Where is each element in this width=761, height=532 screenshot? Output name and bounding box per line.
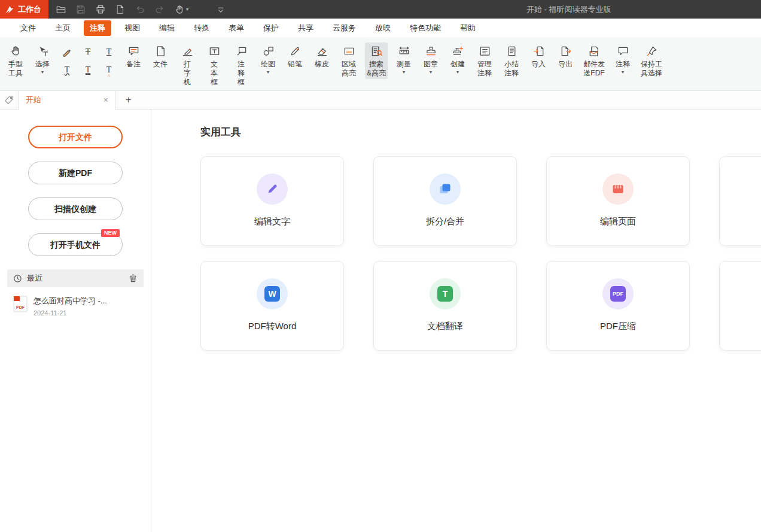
pencil-icon: [289, 44, 302, 58]
share-document-icon[interactable]: [115, 4, 126, 16]
ribbon-typewriter[interactable]: 打 字 机: [176, 42, 198, 88]
menu-present[interactable]: 放映: [369, 20, 397, 36]
squiggly-tool-button[interactable]: T: [59, 62, 75, 78]
menu-protect[interactable]: 保护: [257, 20, 285, 36]
ribbon-select[interactable]: 选择 ▾: [32, 42, 53, 76]
foxit-logo-icon: [5, 5, 14, 14]
menu-home[interactable]: 主页: [49, 20, 77, 36]
card-partial[interactable]: [719, 156, 761, 246]
main-content: 实用工具 编辑文字 拆分/合并 编辑页面 W PDF转Word: [152, 110, 761, 532]
card-split-merge[interactable]: 拆分/合并: [373, 156, 517, 246]
workspace-button-label: 工作台: [18, 4, 41, 15]
summarize-comments-icon: [506, 44, 518, 58]
trash-icon[interactable]: [129, 273, 138, 283]
textbox-icon: [208, 44, 221, 58]
hand-tool-quick-icon[interactable]: ▾: [174, 4, 188, 16]
eraser-icon: [316, 44, 328, 58]
ribbon-file-attachment[interactable]: 文件: [150, 42, 171, 70]
ribbon-eraser[interactable]: 橡皮: [311, 42, 333, 70]
menu-features[interactable]: 特色功能: [404, 20, 447, 36]
dropdown-arrow-icon: ▾: [267, 70, 269, 75]
ribbon-manage-comments[interactable]: 管理 注释: [474, 42, 495, 79]
underline-tool-button[interactable]: T: [101, 44, 117, 60]
section-title: 实用工具: [200, 125, 241, 139]
menu-edit[interactable]: 编辑: [153, 20, 181, 36]
ribbon-measure[interactable]: 测量 ▾: [393, 42, 415, 76]
ribbon-callout[interactable]: 注 释 框: [230, 42, 252, 88]
undo-icon[interactable]: [135, 4, 145, 16]
ribbon-comments-menu[interactable]: 注释 ▾: [612, 42, 634, 76]
menu-convert[interactable]: 转换: [188, 20, 215, 36]
ribbon-create[interactable]: 创建 ▾: [447, 42, 468, 76]
menu-help[interactable]: 帮助: [454, 20, 482, 36]
ribbon: 手型 工具 选择 ▾ T T T T T^ 备注 文件 打 字 机: [0, 37, 761, 91]
recent-title: 最近: [27, 273, 42, 284]
select-cursor-icon: [36, 44, 49, 58]
ribbon-drawing[interactable]: 绘图 ▾: [257, 42, 279, 76]
card-doc-translate[interactable]: T 文档翻译: [373, 261, 517, 351]
new-badge: NEW: [101, 229, 120, 237]
replace-text-tool-button[interactable]: T: [80, 62, 96, 78]
tab-tag-icon[interactable]: [0, 91, 18, 109]
menu-form[interactable]: 表单: [223, 20, 250, 36]
ribbon-pencil[interactable]: 铅笔: [284, 42, 306, 70]
toolbar-collapse-icon[interactable]: [215, 4, 226, 16]
workspace-button[interactable]: 工作台: [0, 0, 48, 19]
split-merge-icon: [430, 174, 461, 205]
search-highlight-icon: [370, 44, 383, 58]
dropdown-arrow-icon: ▾: [456, 70, 459, 75]
menu-comment[interactable]: 注释: [84, 20, 111, 36]
ribbon-summarize-comments[interactable]: 小结 注释: [501, 42, 522, 79]
card-edit-pages[interactable]: 编辑页面: [546, 156, 690, 246]
pdf-to-word-icon: W: [257, 278, 288, 309]
ribbon-area-highlight[interactable]: 区域 高亮: [338, 42, 360, 79]
redo-icon[interactable]: [154, 4, 165, 16]
ribbon-search-highlight[interactable]: 搜索 &高亮: [365, 42, 388, 79]
area-highlight-icon: [343, 44, 355, 58]
manage-comments-icon: [479, 44, 491, 58]
close-icon[interactable]: ×: [104, 95, 108, 105]
recent-file-name: 怎么面对高中学习 -...: [34, 296, 107, 306]
svg-text:PDF: PDF: [16, 305, 25, 309]
typewriter-icon: [181, 44, 194, 58]
ribbon-textbox[interactable]: 文 本 框: [203, 42, 225, 88]
ribbon-hand-tool[interactable]: 手型 工具: [5, 42, 26, 79]
strikeout-tool-button[interactable]: T: [80, 44, 96, 60]
hand-icon: [10, 44, 22, 58]
new-tab-button[interactable]: +: [126, 95, 131, 105]
menu-file[interactable]: 文件: [14, 20, 42, 36]
scanner-create-button[interactable]: 扫描仪创建: [28, 197, 123, 220]
window-title: 开始 - 福昕阅读器专业版: [526, 0, 611, 19]
highlight-tool-button[interactable]: [59, 44, 75, 60]
card-edit-text[interactable]: 编辑文字: [200, 156, 344, 246]
print-icon[interactable]: [95, 4, 106, 16]
menu-share[interactable]: 共享: [292, 20, 319, 36]
card-partial[interactable]: [719, 261, 761, 351]
insert-text-tool-button[interactable]: T^: [101, 62, 117, 78]
card-pdf-to-word[interactable]: W PDF转Word: [200, 261, 344, 351]
ribbon-keep-tool-selected[interactable]: 保持工 具选择: [639, 42, 664, 79]
ribbon-email-fdf[interactable]: 邮件发 送FDF: [582, 42, 607, 79]
ribbon-note[interactable]: 备注: [123, 42, 144, 70]
tabbar: 开始 × +: [0, 91, 761, 110]
save-icon[interactable]: [75, 4, 86, 16]
dropdown-arrow-icon: ▾: [41, 70, 44, 75]
dropdown-arrow-icon: ▾: [430, 70, 432, 75]
ribbon-import[interactable]: 导入: [528, 42, 549, 70]
new-pdf-button[interactable]: 新建PDF: [28, 162, 123, 184]
card-pdf-compress[interactable]: PDF PDF压缩: [546, 261, 690, 351]
menubar: 文件 主页 注释 视图 编辑 转换 表单 保护 共享 云服务 放映 特色功能 帮…: [0, 19, 761, 37]
ribbon-export[interactable]: 导出: [555, 42, 576, 70]
menu-cloud[interactable]: 云服务: [327, 20, 362, 36]
sidebar: 打开文件 新建PDF 扫描仪创建 打开手机文件 NEW 最近 PDF 怎么面对高…: [0, 110, 151, 532]
tab-start[interactable]: 开始 ×: [18, 91, 116, 110]
ribbon-stamp[interactable]: 图章 ▾: [420, 42, 442, 76]
open-file-button[interactable]: 打开文件: [28, 126, 123, 148]
open-mobile-file-label: 打开手机文件: [50, 240, 101, 250]
email-fdf-icon: [588, 44, 601, 58]
menu-view[interactable]: 视图: [118, 20, 146, 36]
open-mobile-file-button[interactable]: 打开手机文件 NEW: [28, 233, 123, 256]
recent-file-item[interactable]: PDF 怎么面对高中学习 -... 2024-11-21: [7, 294, 144, 318]
recent-section-header: 最近: [7, 269, 144, 287]
open-file-icon[interactable]: [56, 4, 66, 16]
